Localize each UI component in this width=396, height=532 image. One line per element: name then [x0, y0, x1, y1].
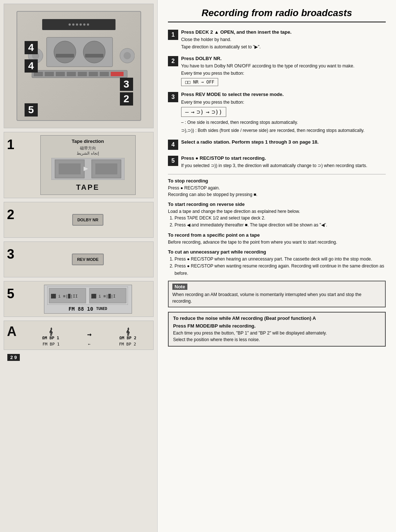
stop-recording-section: To stop recording Press ● REC/STOP again… — [168, 178, 386, 198]
right-panel: Recording from radio broadcasts 1 Press … — [158, 0, 396, 532]
step-main-3: Press REV MODE to select the reverse mod… — [181, 91, 386, 98]
step-desc-5a: If you selected ⊃)) in step 3, the direc… — [181, 162, 386, 169]
reverse-recording-section: To start recording on reverse side Load … — [168, 202, 386, 229]
cut-list-item-1: Press ● REC/STOP when hearing an unneces… — [175, 256, 386, 263]
specific-point-section: To record from a specific point on a tap… — [168, 232, 386, 245]
page-num-container: 2 9 — [4, 354, 154, 365]
bp-right-icon: 𝄞 — [120, 328, 136, 336]
step1-content: Tape direction 磁带方向 إتجاه الشريط ▶ — [25, 135, 150, 195]
cut-list: Press ● REC/STOP when hearing an unneces… — [175, 256, 386, 277]
section-a-num: A — [7, 324, 25, 339]
bp-right-label: FM BP 2 — [119, 342, 136, 347]
svg-text:▓▓ i ≡|▓|I: ▓▓ i ≡|▓|I — [91, 293, 115, 299]
fm-display-row: FM 88 10 TUNED — [47, 306, 129, 312]
step5-num: 5 — [7, 284, 25, 314]
stop-recording-text1: Press ● REC/STOP again. — [168, 185, 386, 191]
step3-box: 3 REV MODE — [4, 241, 154, 277]
tape-direction-box: Tape direction 磁带方向 إتجاه الشريط ▶ — [40, 135, 136, 195]
step2-box: 2 DOLBY NR — [4, 202, 154, 238]
rev-sym2: ⊃) — [197, 108, 203, 115]
rev-note-1: – : One side is recorded, then recording… — [181, 119, 386, 126]
bp-left-group: 𝄞 ΩM BP 1 — [42, 328, 59, 340]
step-desc-1b: Tape direction is automatically set to "… — [181, 44, 386, 50]
svg-rect-3 — [56, 54, 74, 58]
cut-section: To cut an unnecessary part while recordi… — [168, 249, 386, 277]
svg-rect-2 — [83, 41, 105, 63]
svg-text:▓▓ i ≡|▓|II: ▓▓ i ≡|▓|II — [51, 293, 78, 299]
tape-direction-ar: إتجاه الشريط — [45, 151, 131, 156]
fm-display-svg: ▓▓ i ≡|▓|II ▓▓ i ≡|▓|I — [47, 287, 128, 305]
step-num-2: 2 — [168, 56, 178, 66]
step-content-1: Press DECK 2 ▲ OPEN, and then insert the… — [181, 29, 386, 50]
device-step-4-label: 4 — [25, 41, 38, 54]
bp-diagram: 𝄞 ΩM BP 1 → 𝄞 ΩM BP 2 — [28, 328, 150, 340]
bp-right-group: 𝄞 ΩM BP 2 — [120, 328, 136, 340]
bp-arrow-icon: → — [87, 330, 91, 339]
reverse-list-item-2: Press ◀ and immediately thereafter ■. Th… — [175, 222, 386, 229]
step2-num: 2 — [7, 205, 25, 234]
svg-rect-9 — [67, 72, 76, 76]
fm-text: FM 88 10 — [69, 306, 93, 312]
step-main-1: Press DECK 2 ▲ OPEN, and then insert the… — [181, 29, 386, 36]
bp-labels: FM BP 1 ← FM BP 2 — [28, 342, 150, 347]
dolby-indicator-text: □□ NR → OFF — [185, 80, 214, 85]
svg-text:▶: ▶ — [84, 165, 88, 171]
step-block-3: 3 Press REV MODE to select the reverse m… — [168, 91, 386, 133]
step-content-5: Press ● REC/STOP to start recording. If … — [181, 155, 386, 169]
step-main-4: Select a radio station. Perform steps 1 … — [181, 139, 386, 145]
bp-sub-title: Press FM MODE/BP while recording. — [173, 323, 381, 329]
device-display — [42, 19, 115, 30]
rev-mode-button-image: REV MODE — [72, 254, 104, 265]
reverse-recording-text: Load a tape and change the tape directio… — [168, 208, 386, 215]
page-title: Recording from radio broadcasts — [168, 7, 386, 22]
svg-rect-4 — [85, 54, 103, 58]
svg-rect-1 — [54, 41, 76, 63]
svg-rect-22 — [95, 163, 117, 174]
dolby-indicator-box: □□ NR → OFF — [181, 78, 218, 86]
device-step-4b-label: 4 — [25, 59, 38, 73]
step-content-3: Press REV MODE to select the reverse mod… — [181, 91, 386, 133]
section-a-box: A 𝄞 ΩM BP 1 → 𝄞 ΩM BP 2 FM BP 1 ← — [4, 321, 154, 350]
step-block-1: 1 Press DECK 2 ▲ OPEN, and then insert t… — [168, 29, 386, 50]
rev-note-2: ⊃),⊃)) : Both sides (front side / revers… — [181, 127, 386, 134]
device-step-2-label: 2 — [120, 92, 133, 106]
svg-rect-11 — [89, 72, 98, 76]
divider-1 — [168, 174, 386, 174]
tape-direction-jp: 磁带方向 — [45, 145, 131, 151]
cut-title: To cut an unnecessary part while recordi… — [168, 249, 386, 255]
step1-box: 1 Tape direction 磁带方向 إتجاه الشريط ▶ — [4, 132, 154, 198]
stop-recording-title: To stop recording — [168, 178, 386, 184]
bp-left-icon: 𝄞 — [42, 328, 59, 336]
stop-recording-text2: Recording can also be stopped by pressin… — [168, 191, 386, 198]
step-num-5: 5 — [168, 156, 178, 166]
note-box: Note When recording an AM broadcast, vol… — [168, 281, 386, 307]
rev-arrow2: → — [206, 108, 210, 115]
tape-diagram-svg: ▶ — [51, 158, 125, 180]
tape-direction-en: Tape direction — [45, 138, 131, 144]
device-image-top: 4 4 1 3 2 5 — [4, 4, 154, 128]
step-desc-1a: Close the holder by hand. — [181, 36, 386, 43]
step-main-5: Press ● REC/STOP to start recording. — [181, 155, 386, 162]
device-body: 4 4 1 3 2 5 — [16, 11, 141, 121]
step-content-2: Press DOLBY NR. You have to turn Dolby N… — [181, 55, 386, 86]
step5-box: 5 ▓▓ i ≡|▓|II ▓▓ i ≡|▓|I FM 88 10 TUNED — [4, 281, 154, 317]
dolby-nr-button-image: DOLBY NR — [72, 214, 103, 226]
svg-rect-10 — [78, 72, 87, 76]
tuned-label: TUNED — [96, 307, 107, 311]
rev-sym1: – — [185, 108, 189, 115]
device-step-5-label: 5 — [25, 103, 38, 117]
fm-display: ▓▓ i ≡|▓|II ▓▓ i ≡|▓|I FM 88 10 TUNED — [44, 285, 132, 314]
reverse-recording-title: To start recording on reverse side — [168, 202, 386, 207]
step3-content: REV MODE — [25, 245, 150, 274]
device-controls-svg — [25, 34, 135, 100]
cut-list-item-2: Press ● REC/STOP when wanting resume rec… — [175, 263, 386, 277]
rev-sym3: ⊃)) — [212, 108, 222, 115]
svg-rect-21 — [59, 163, 81, 174]
specific-point-text: Before recording, advance the tape to th… — [168, 239, 386, 245]
tape-word: TAPE — [45, 183, 131, 192]
rev-mode-indicator: – → ⊃) → ⊃)) — [181, 107, 226, 117]
bp-section-title: To reduce the noise while AM recording (… — [173, 315, 381, 321]
svg-rect-13 — [111, 72, 124, 76]
step-num-1: 1 — [168, 30, 178, 40]
step1-num: 1 — [7, 135, 25, 195]
